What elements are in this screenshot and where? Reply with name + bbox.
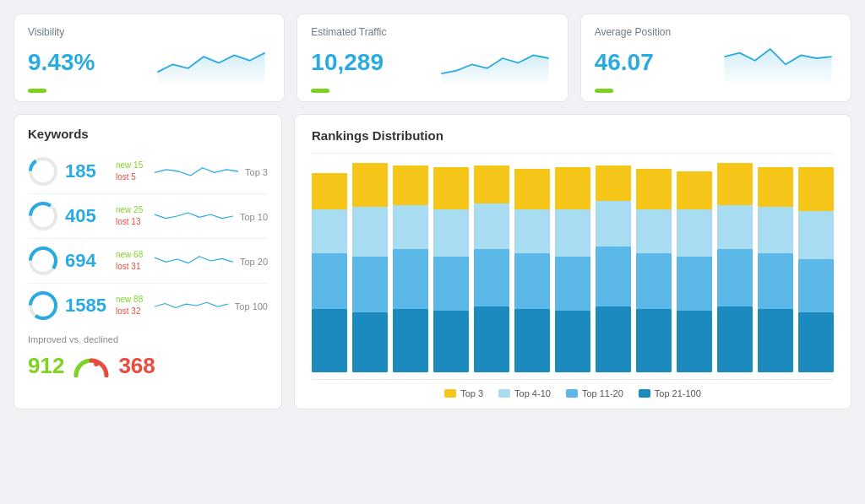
bottom-section: Keywords 185 new 15 lost 5 Top 3 405 new… <box>14 114 851 409</box>
bar-segment <box>514 209 550 253</box>
bar-segment <box>474 306 509 372</box>
bar-col <box>393 153 428 372</box>
kw-newlost-Top 3: new 15 lost 5 <box>116 160 148 183</box>
bar-segment <box>474 249 509 306</box>
bar-segment <box>717 249 753 306</box>
bar-segment <box>312 253 347 309</box>
keyword-row-top-3: 185 new 15 lost 5 Top 3 <box>28 149 268 194</box>
bar-segment <box>717 205 753 249</box>
bar-segment <box>717 306 753 372</box>
bar-segment <box>677 311 712 372</box>
kw-spark-Top 100 <box>155 290 228 321</box>
legend-item-top-3: Top 3 <box>444 388 483 398</box>
bar-segment <box>433 311 469 372</box>
kw-new: new 88 <box>116 294 148 306</box>
bar-segment <box>474 165 509 203</box>
metric-sparkline-position <box>719 41 837 84</box>
kw-label-Top 10: Top 10 <box>240 212 268 222</box>
kw-number-Top 3: 185 <box>65 160 109 182</box>
keyword-row-top-100: 1585 new 88 lost 32 Top 100 <box>28 284 268 328</box>
metric-indicator-traffic <box>311 89 329 93</box>
bar-segment <box>677 171 712 209</box>
bar-segment <box>514 253 550 309</box>
kw-spark-Top 10 <box>155 201 233 231</box>
legend-item-top-4-10: Top 4-10 <box>498 388 551 398</box>
bar-col <box>352 153 388 372</box>
metric-value-traffic: 10,289 <box>311 50 384 76</box>
bar-segment <box>596 201 631 247</box>
svg-marker-0 <box>158 53 265 84</box>
metric-indicator-position <box>595 89 613 93</box>
bar-segment <box>596 247 631 306</box>
gauge-chart <box>73 355 110 377</box>
svg-marker-1 <box>441 55 548 84</box>
metric-indicator-visibility <box>28 89 46 93</box>
bar-segment <box>758 253 793 309</box>
bar-segment <box>433 257 469 311</box>
bar-segment <box>758 207 793 252</box>
top-metric-cards: Visibility 9.43% Estimated Traffic 10,28… <box>14 14 851 102</box>
keywords-card: Keywords 185 new 15 lost 5 Top 3 405 new… <box>14 114 282 409</box>
bar-segment <box>636 169 672 209</box>
bar-col <box>677 153 712 372</box>
bar-segment <box>636 209 672 253</box>
bar-segment <box>474 203 509 249</box>
donut-Top 3 <box>28 156 58 187</box>
bars-container <box>312 153 834 380</box>
kw-lost: lost 5 <box>116 171 148 183</box>
bar-segment <box>596 306 631 372</box>
bar-segment <box>555 257 590 311</box>
bar-segment <box>636 309 672 372</box>
metric-card-position: Average Position 46.07 <box>580 14 851 102</box>
declined-value: 368 <box>118 353 155 379</box>
metric-label-position: Average Position <box>595 26 837 38</box>
kw-spark-Top 3 <box>155 156 238 187</box>
bar-col <box>514 153 550 372</box>
bar-segment <box>717 163 753 205</box>
bar-col <box>596 153 631 372</box>
kw-new: new 68 <box>116 249 148 261</box>
legend-label: Top 21-100 <box>655 388 701 398</box>
bar-segment <box>352 207 388 257</box>
bar-segment <box>596 165 631 201</box>
keywords-title: Keywords <box>28 127 268 141</box>
kw-lost: lost 32 <box>116 306 148 317</box>
bar-segment <box>555 167 590 209</box>
improved-label: Improved vs. declined <box>28 334 268 344</box>
bar-segment <box>798 167 834 211</box>
kw-label-Top 100: Top 100 <box>235 301 268 312</box>
bar-col <box>312 153 347 372</box>
bar-col <box>717 153 753 372</box>
rankings-card: Rankings Distribution Top 3 Top 4-10 Top… <box>294 114 851 409</box>
legend: Top 3 Top 4-10 Top 11-20 Top 21-100 <box>312 388 834 398</box>
bar-segment <box>677 257 712 311</box>
legend-item-top-11-20: Top 11-20 <box>566 388 623 398</box>
kw-newlost-Top 100: new 88 lost 32 <box>116 294 148 317</box>
bar-segment <box>758 309 793 372</box>
donut-Top 10 <box>28 201 58 231</box>
bar-col <box>433 153 469 372</box>
bar-segment <box>352 163 388 207</box>
legend-item-top-21-100: Top 21-100 <box>639 388 701 398</box>
rankings-chart: Top 3 Top 4-10 Top 11-20 Top 21-100 <box>312 153 834 398</box>
bar-col <box>474 153 509 372</box>
kw-label-Top 20: Top 20 <box>240 257 268 267</box>
bar-segment <box>514 169 550 209</box>
bar-col <box>555 153 590 372</box>
bar-segment <box>555 311 590 372</box>
kw-spark-Top 20 <box>155 246 233 276</box>
kw-number-Top 100: 1585 <box>65 295 109 317</box>
metric-card-traffic: Estimated Traffic 10,289 <box>296 14 568 102</box>
bar-segment <box>433 209 469 257</box>
svg-point-11 <box>94 361 99 366</box>
bar-segment <box>798 259 834 313</box>
metric-sparkline-traffic <box>436 41 554 84</box>
kw-lost: lost 13 <box>116 216 148 228</box>
bar-segment <box>393 309 428 372</box>
bar-col <box>758 153 793 372</box>
svg-marker-2 <box>724 49 831 84</box>
improved-row: 912 368 <box>28 353 268 379</box>
legend-color <box>498 389 510 398</box>
kw-new: new 25 <box>116 204 148 216</box>
bar-segment <box>636 253 672 309</box>
